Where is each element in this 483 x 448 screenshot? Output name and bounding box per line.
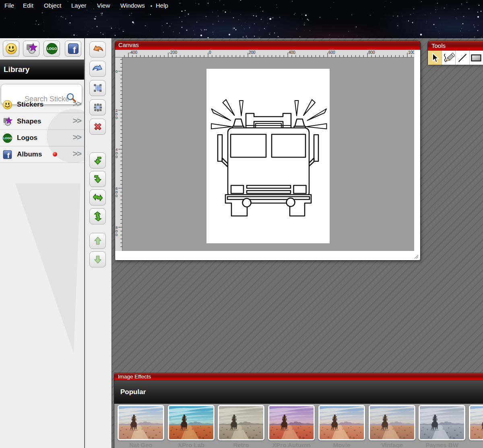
svg-text:0: 0 [116,232,118,237]
svg-text:LOGO: LOGO [47,47,57,51]
svg-text:0: 0 [116,154,118,159]
svg-text:800: 800 [368,50,375,55]
svg-text:1000: 1000 [408,50,414,55]
svg-text:-400: -400 [129,50,137,55]
svg-text:0: 0 [209,50,211,55]
svg-text:0: 0 [116,193,118,198]
svg-text:LOGO: LOGO [3,137,12,140]
svg-text:200: 200 [249,50,256,55]
svg-text:600: 600 [328,50,335,55]
svg-text:0: 0 [116,69,118,74]
svg-text:f: f [7,151,10,160]
svg-text:f: f [72,45,76,55]
svg-text:0: 0 [116,115,118,120]
svg-text:-200: -200 [169,50,177,55]
svg-text:400: 400 [289,50,295,55]
